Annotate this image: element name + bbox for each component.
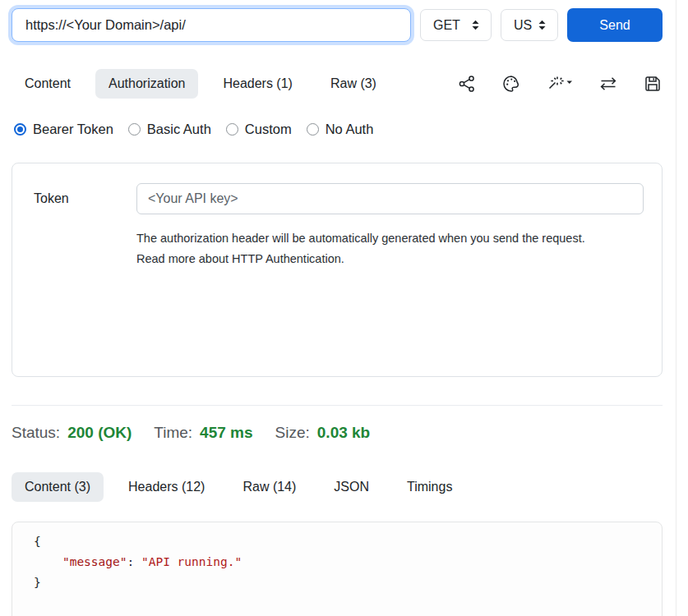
region-select[interactable]: US (501, 9, 558, 41)
status-group: Status: 200 (OK) (12, 424, 132, 442)
json-indent (34, 555, 62, 568)
palette-icon[interactable] (501, 74, 521, 94)
share-icon[interactable] (457, 74, 477, 94)
section-divider (12, 405, 663, 406)
auth-panel: Token The authorization header will be a… (12, 163, 663, 377)
json-colon: : (127, 555, 141, 568)
auth-help-text: The authorization header will be automat… (136, 228, 615, 269)
time-value: 457 ms (200, 424, 252, 442)
magic-wand-dropdown-icon[interactable] (546, 74, 574, 94)
region-select-value: US (514, 18, 532, 33)
method-select[interactable]: GET (420, 9, 492, 41)
tab-raw[interactable]: Raw (3) (317, 69, 390, 99)
json-open-brace: { (34, 535, 41, 548)
tab-response-json[interactable]: JSON (321, 472, 382, 502)
status-value: 200 (OK) (67, 424, 132, 442)
radio-bearer-token[interactable] (14, 123, 26, 136)
swap-arrows-icon[interactable] (598, 74, 618, 94)
size-label: Size: (275, 424, 310, 442)
tab-response-headers[interactable]: Headers (12) (115, 472, 218, 502)
updown-arrows-icon (470, 19, 481, 31)
url-input[interactable] (12, 8, 411, 42)
auth-option-custom[interactable]: Custom (226, 122, 292, 137)
radio-custom[interactable] (226, 123, 238, 136)
tab-response-timings[interactable]: Timings (394, 472, 465, 502)
auth-option-label: Custom (245, 122, 292, 137)
api-client-panel: GET US Send Content Authorization Header… (0, 8, 688, 616)
auth-option-no-auth[interactable]: No Auth (307, 122, 374, 137)
response-tabs: Content (3) Headers (12) Raw (14) JSON T… (12, 472, 663, 502)
request-toolbar (457, 74, 663, 94)
json-key: "message" (62, 555, 127, 568)
time-group: Time: 457 ms (154, 424, 252, 442)
auth-option-label: Bearer Token (33, 122, 113, 137)
save-icon[interactable] (643, 74, 663, 94)
token-input[interactable] (136, 183, 644, 214)
send-button[interactable]: Send (567, 8, 663, 42)
auth-option-basic-auth[interactable]: Basic Auth (128, 122, 211, 137)
auth-option-label: Basic Auth (147, 122, 211, 137)
tab-headers[interactable]: Headers (1) (210, 69, 305, 99)
token-label: Token (34, 191, 136, 206)
size-group: Size: 0.03 kb (275, 424, 371, 442)
request-tabs: Content Authorization Headers (1) Raw (3… (12, 69, 663, 99)
json-close-brace: } (34, 576, 41, 589)
request-bar: GET US Send (12, 8, 663, 42)
size-value: 0.03 kb (317, 424, 370, 442)
response-summary: Status: 200 (OK) Time: 457 ms Size: 0.03… (12, 424, 663, 442)
auth-option-label: No Auth (326, 122, 374, 137)
tab-response-raw[interactable]: Raw (14) (229, 472, 309, 502)
tab-content[interactable]: Content (12, 69, 84, 99)
tab-authorization[interactable]: Authorization (95, 69, 198, 99)
json-string-value: "API running." (141, 555, 242, 568)
time-label: Time: (154, 424, 192, 442)
radio-no-auth[interactable] (307, 123, 319, 136)
token-row: Token (12, 163, 662, 214)
auth-type-options: Bearer Token Basic Auth Custom No Auth (14, 122, 663, 137)
updown-arrows-icon (537, 19, 547, 31)
response-body-viewer[interactable]: { "message": "API running." } (12, 522, 663, 616)
status-label: Status: (12, 424, 60, 442)
method-select-value: GET (433, 18, 460, 33)
tab-response-content[interactable]: Content (3) (12, 472, 104, 502)
auth-option-bearer-token[interactable]: Bearer Token (14, 122, 113, 137)
radio-basic-auth[interactable] (128, 123, 141, 136)
